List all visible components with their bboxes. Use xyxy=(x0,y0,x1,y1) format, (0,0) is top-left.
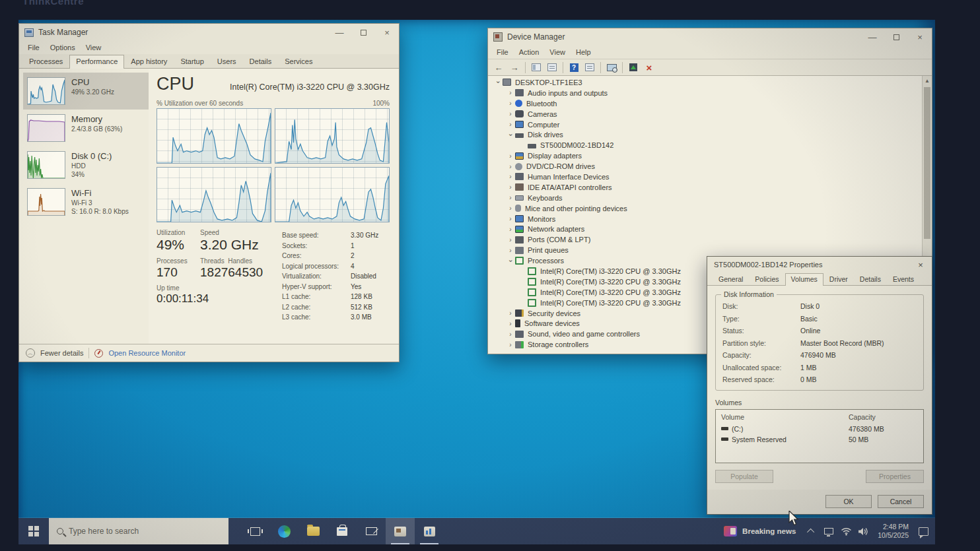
display-tray-button[interactable] xyxy=(821,518,837,544)
scroll-thumb[interactable] xyxy=(924,87,930,239)
tree-item[interactable]: › DESKTOP-LTF1EE3 xyxy=(488,77,922,88)
properties-button[interactable]: Properties xyxy=(866,470,924,483)
chevron-icon[interactable]: › xyxy=(506,89,515,96)
back-icon[interactable]: ← xyxy=(492,61,505,73)
sidebar-item[interactable]: Wi-Fi Wi-Fi 3 S: 16.0 R: 8.0 Kbps xyxy=(23,183,149,220)
tree-item[interactable]: › IDE ATA/ATAPI controllers xyxy=(488,182,922,193)
minimize-icon[interactable]: — xyxy=(860,28,884,46)
cpu-utilization-graph[interactable] xyxy=(157,167,271,222)
tree-item[interactable]: › Bluetooth xyxy=(488,98,922,109)
tab[interactable]: App history xyxy=(124,55,174,68)
tree-item[interactable]: › Computer xyxy=(488,119,922,130)
menu-item[interactable]: View xyxy=(545,47,570,57)
tree-item[interactable]: › DVD/CD-ROM drives xyxy=(488,161,922,172)
chevron-icon[interactable]: › xyxy=(506,226,515,233)
tree-item[interactable]: › Print queues xyxy=(488,245,922,255)
tab[interactable]: Processes xyxy=(22,55,69,68)
chevron-icon[interactable]: › xyxy=(507,130,514,139)
start-button[interactable] xyxy=(18,518,49,544)
chevron-icon[interactable]: › xyxy=(495,78,502,87)
sidebar-item[interactable]: Memory 2.4/3.8 GB (63%) xyxy=(23,110,149,146)
chevron-icon[interactable]: › xyxy=(506,110,515,117)
device-manager-titlebar[interactable]: Device Manager — × xyxy=(488,28,932,46)
menu-item[interactable]: File xyxy=(492,47,513,57)
cpu-utilization-graph[interactable] xyxy=(157,108,271,164)
minimize-icon[interactable]: — xyxy=(328,24,351,41)
show-hidden-icons-button[interactable] xyxy=(804,518,820,544)
tab[interactable]: Performance xyxy=(69,55,124,69)
menu-item[interactable]: Action xyxy=(514,47,544,57)
menu-item[interactable]: Options xyxy=(46,42,80,53)
tree-item[interactable]: › Display adapters xyxy=(488,150,922,161)
cancel-button[interactable]: Cancel xyxy=(878,495,924,508)
forward-icon[interactable]: → xyxy=(508,61,521,73)
tab[interactable]: Users xyxy=(211,55,243,68)
tree-item[interactable]: › Network adapters xyxy=(488,224,922,234)
tab[interactable]: Details xyxy=(243,55,279,68)
chevron-icon[interactable]: › xyxy=(506,215,515,222)
action-center-button[interactable] xyxy=(915,518,931,544)
tree-item[interactable]: › Keyboards xyxy=(488,193,922,203)
chevron-icon[interactable]: › xyxy=(506,163,515,170)
tree-item[interactable]: › Mice and other pointing devices xyxy=(488,203,922,214)
task-manager-taskbar-button[interactable] xyxy=(415,518,444,544)
tab[interactable]: General xyxy=(713,273,749,285)
console-tree-icon[interactable] xyxy=(530,61,543,73)
tree-item[interactable]: › Disk drives xyxy=(488,129,922,140)
search-input[interactable] xyxy=(69,527,207,536)
cpu-utilization-graph[interactable] xyxy=(275,108,390,164)
ok-button[interactable]: OK xyxy=(825,495,872,508)
task-view-button[interactable] xyxy=(240,518,269,544)
task-manager-titlebar[interactable]: Task Manager — × xyxy=(19,24,399,41)
taskbar-search[interactable] xyxy=(49,518,228,544)
taskbar-clock[interactable]: 2:48 PM 10/5/2025 xyxy=(872,523,914,540)
scan-hardware-icon[interactable] xyxy=(605,61,618,73)
edge-button[interactable] xyxy=(269,518,298,544)
chevron-icon[interactable]: › xyxy=(506,121,515,128)
tab[interactable]: Events xyxy=(887,273,920,285)
close-icon[interactable]: × xyxy=(908,28,932,46)
chevron-icon[interactable]: › xyxy=(506,100,515,107)
tab[interactable]: Policies xyxy=(749,273,785,285)
tab[interactable]: Details xyxy=(854,273,887,285)
fewer-details-button[interactable]: Fewer details xyxy=(40,349,83,357)
store-button[interactable] xyxy=(328,518,357,544)
volume-tray-button[interactable] xyxy=(855,518,871,544)
scroll-up-icon[interactable]: ▲ xyxy=(923,76,932,86)
chevron-icon[interactable]: › xyxy=(506,309,515,317)
chevron-icon[interactable]: › xyxy=(506,247,515,254)
tree-item[interactable]: › Cameras xyxy=(488,109,922,119)
menu-item[interactable]: View xyxy=(81,42,106,53)
device-manager-taskbar-button[interactable] xyxy=(386,518,415,544)
properties-icon[interactable] xyxy=(545,61,559,73)
menu-item[interactable]: Help xyxy=(571,47,596,57)
file-explorer-button[interactable] xyxy=(298,518,328,544)
chevron-icon[interactable]: › xyxy=(506,183,515,191)
chevron-icon[interactable]: › xyxy=(507,256,514,265)
menu-item[interactable]: File xyxy=(23,42,44,53)
maximize-icon[interactable] xyxy=(884,28,908,46)
close-icon[interactable]: × xyxy=(913,260,928,270)
mail-button[interactable] xyxy=(357,518,386,544)
tab[interactable]: Volumes xyxy=(785,273,823,286)
help-icon[interactable]: ? xyxy=(567,61,580,73)
chevron-icon[interactable]: › xyxy=(506,205,515,212)
sidebar-item[interactable]: CPU 49% 3.20 GHz xyxy=(23,73,149,110)
chevron-icon[interactable]: › xyxy=(506,173,515,180)
tree-item[interactable]: › ST500DM002-1BD142 xyxy=(488,140,922,150)
chevron-icon[interactable]: › xyxy=(506,320,515,327)
action-pane-icon[interactable] xyxy=(583,61,596,73)
tab[interactable]: Startup xyxy=(174,55,210,68)
wifi-tray-button[interactable] xyxy=(838,518,854,544)
volume-row[interactable]: System Reserved 50 MB xyxy=(721,434,918,445)
populate-button[interactable]: Populate xyxy=(715,470,773,483)
cpu-utilization-graph[interactable] xyxy=(275,167,390,222)
tree-item[interactable]: › Ports (COM & LPT) xyxy=(488,234,922,245)
volume-row[interactable]: (C:) 476380 MB xyxy=(721,424,918,434)
tab[interactable]: Driver xyxy=(823,273,854,285)
chevron-icon[interactable]: › xyxy=(506,331,515,338)
dialog-titlebar[interactable]: ST500DM002-1BD142 Properties × xyxy=(707,257,932,273)
tree-item[interactable]: › Human Interface Devices xyxy=(488,172,922,182)
maximize-icon[interactable] xyxy=(351,24,375,41)
volumes-list[interactable]: Volume Capacity (C:) 476380 MB xyxy=(715,409,924,463)
